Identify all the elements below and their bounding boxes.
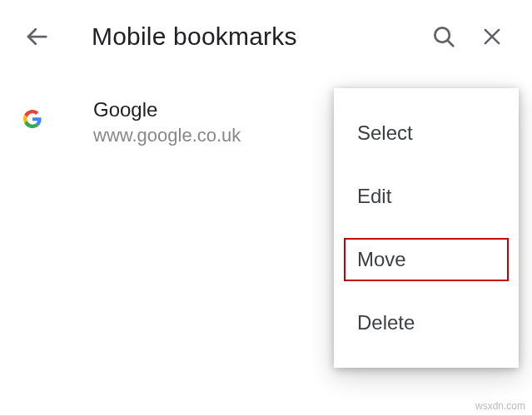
menu-item-move[interactable]: Move [334, 228, 519, 291]
header-bar: Mobile bookmarks [0, 0, 532, 73]
bookmark-text: Google www.google.co.uk [93, 98, 241, 146]
page-title: Mobile bookmarks [92, 22, 427, 51]
google-favicon-icon [23, 98, 65, 128]
context-menu: Select Edit Move Delete [334, 88, 519, 368]
menu-item-delete[interactable]: Delete [334, 291, 519, 354]
menu-item-edit[interactable]: Edit [334, 165, 519, 228]
close-icon[interactable] [475, 20, 509, 53]
back-icon[interactable] [23, 23, 50, 50]
watermark-text: wsxdn.com [475, 400, 525, 412]
menu-item-select[interactable]: Select [334, 102, 519, 165]
bookmark-url: www.google.co.uk [93, 125, 241, 146]
bookmark-title: Google [93, 98, 241, 121]
svg-line-2 [447, 40, 453, 46]
search-icon[interactable] [427, 20, 460, 53]
